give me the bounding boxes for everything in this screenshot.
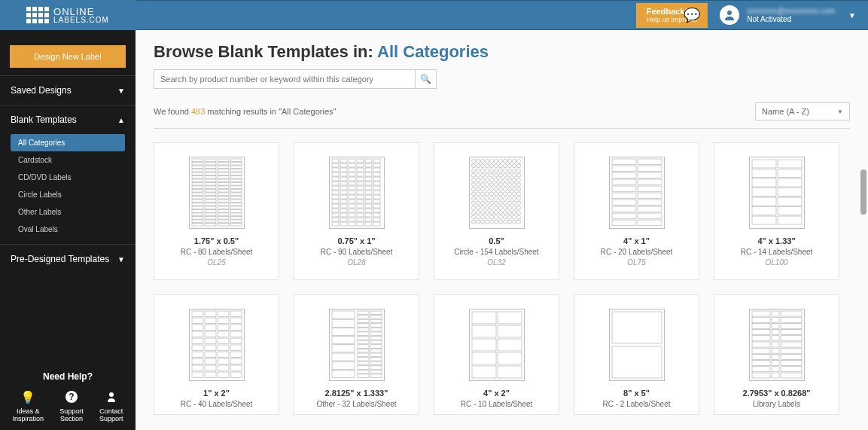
template-title: 1.75" x 0.5" [162, 236, 271, 245]
template-sub: RC - 2 Labels/Sheet [582, 400, 691, 408]
headset-icon [104, 389, 119, 404]
lightbulb-icon: 💡 [20, 389, 35, 404]
template-card[interactable]: 4" x 1.33" RC - 14 Labels/Sheet OL100 [714, 142, 839, 280]
template-card[interactable]: 2.8125" x 1.333" Other - 32 Labels/Sheet [294, 294, 419, 415]
template-thumb [722, 157, 831, 229]
page-title: Browse Blank Templates in: All Categorie… [154, 42, 850, 62]
template-code: OL25 [162, 258, 271, 267]
template-title: 4" x 1.33" [722, 236, 831, 245]
template-card[interactable]: 8" x 5" RC - 2 Labels/Sheet [574, 294, 699, 415]
help-title: Need Help? [0, 371, 136, 382]
sidebar-section-label: Pre-Designed Templates [11, 254, 109, 264]
template-card[interactable]: 0.5" Circle - 154 Labels/Sheet OL32 [434, 142, 559, 280]
user-info: xxxxxxxx@xxxxxxxxx.com Not Activated [747, 7, 835, 23]
sidebar-item-circle[interactable]: Circle Labels [11, 186, 125, 203]
sidebar-section-blank-templates[interactable]: Blank Templates ▲ [0, 105, 136, 134]
svg-point-3 [109, 392, 114, 397]
help-ideas[interactable]: 💡 Ideas &Inspiration [13, 389, 44, 422]
template-title: 2.7953" x 0.8268" [722, 389, 831, 398]
logo-text: ONLINE LABELS.COM [53, 7, 109, 24]
template-thumb [162, 309, 271, 381]
template-title: 4" x 2" [442, 389, 551, 398]
template-card[interactable]: 4" x 2" RC - 10 Labels/Sheet [434, 294, 559, 415]
template-sub: Library Labels [722, 400, 831, 408]
template-thumb [722, 309, 831, 381]
template-title: 2.8125" x 1.333" [302, 389, 411, 398]
user-status: Not Activated [747, 15, 835, 23]
template-thumb [302, 309, 411, 381]
template-sub: Circle - 154 Labels/Sheet [442, 248, 551, 256]
sidebar-help: Need Help? 💡 Ideas &Inspiration ? Suppor… [0, 364, 136, 430]
help-support-section[interactable]: ? SupportSection [59, 389, 84, 422]
template-card[interactable]: 1" x 2" RC - 40 Labels/Sheet [154, 294, 279, 415]
template-thumb [582, 157, 691, 229]
logo[interactable]: ONLINE LABELS.COM [0, 0, 136, 30]
template-card[interactable]: 2.7953" x 0.8268" Library Labels [714, 294, 839, 415]
template-thumb [442, 157, 551, 229]
scrollbar[interactable] [860, 169, 866, 215]
svg-text:?: ? [69, 392, 74, 402]
question-icon: ? [64, 389, 79, 404]
template-title: 0.75" x 1" [302, 236, 411, 245]
template-thumb [162, 157, 271, 229]
template-code: OL75 [582, 258, 691, 267]
content: Browse Blank Templates in: All Categorie… [136, 30, 868, 430]
sidebar-item-oval[interactable]: Oval Labels [11, 221, 125, 238]
template-code: OL32 [442, 258, 551, 267]
sidebar-item-cddvd[interactable]: CD/DVD Labels [11, 169, 125, 186]
chevron-up-icon: ▲ [117, 116, 125, 124]
template-title: 1" x 2" [162, 389, 271, 398]
chevron-down-icon: ▼ [837, 108, 843, 115]
template-sub: RC - 40 Labels/Sheet [162, 400, 271, 408]
sort-select[interactable]: Name (A - Z) ▼ [755, 102, 850, 120]
svg-rect-463 [749, 310, 804, 381]
feedback-button[interactable]: Feedback? Help us improve! 💬 [636, 3, 708, 28]
user-email: xxxxxxxx@xxxxxxxxx.com [747, 7, 835, 15]
template-sub: RC - 14 Labels/Sheet [722, 248, 831, 256]
template-sub: RC - 90 Labels/Sheet [302, 248, 411, 256]
user-menu[interactable]: xxxxxxxx@xxxxxxxxx.com Not Activated ▼ [708, 5, 868, 25]
template-sub: Other - 32 Labels/Sheet [302, 400, 411, 408]
svg-rect-449 [469, 310, 524, 381]
template-thumb [442, 309, 551, 381]
avatar-icon [720, 5, 739, 25]
template-code: OL100 [722, 258, 831, 267]
help-contact[interactable]: ContactSupport [99, 389, 123, 422]
chevron-down-icon: ▼ [848, 11, 856, 20]
logo-icon [26, 7, 49, 23]
template-sub: RC - 80 Labels/Sheet [162, 248, 271, 256]
results-text: We found 483 matching results in "All Ca… [154, 107, 336, 116]
template-title: 0.5" [442, 236, 551, 245]
chevron-down-icon: ▼ [117, 87, 125, 95]
search-button[interactable]: 🔍 [415, 70, 436, 88]
sidebar: Design New Label Saved Designs ▼ Blank T… [0, 30, 136, 430]
search-box: 🔍 [154, 69, 437, 89]
template-code: OL28 [302, 258, 411, 267]
template-thumb [582, 309, 691, 381]
template-sub: RC - 10 Labels/Sheet [442, 400, 551, 408]
sidebar-section-predesigned[interactable]: Pre-Designed Templates ▼ [0, 245, 136, 273]
sidebar-section-saved-designs[interactable]: Saved Designs ▼ [0, 76, 136, 105]
speech-bubble-icon: 💬 [684, 7, 700, 23]
search-input[interactable] [154, 70, 415, 88]
template-title: 8" x 5" [582, 389, 691, 398]
svg-point-0 [727, 11, 732, 15]
template-card[interactable]: 0.75" x 1" RC - 90 Labels/Sheet OL28 [294, 142, 419, 280]
template-card[interactable]: 4" x 1" RC - 20 Labels/Sheet OL75 [574, 142, 699, 280]
header: ONLINE LABELS.COM Feedback? Help us impr… [0, 0, 868, 30]
template-thumb [302, 157, 411, 229]
template-card[interactable]: 1.75" x 0.5" RC - 80 Labels/Sheet OL25 [154, 142, 279, 280]
svg-rect-460 [609, 310, 664, 381]
template-title: 4" x 1" [582, 236, 691, 245]
sort-value: Name (A - Z) [762, 107, 809, 116]
search-icon: 🔍 [420, 74, 431, 84]
sidebar-section-label: Saved Designs [11, 85, 72, 96]
template-sub: RC - 20 Labels/Sheet [582, 248, 691, 256]
sidebar-item-all-categories[interactable]: All Categories [11, 134, 125, 151]
sidebar-item-other[interactable]: Other Labels [11, 203, 125, 221]
design-new-label-button[interactable]: Design New Label [10, 45, 126, 68]
sidebar-item-cardstock[interactable]: Cardstock [11, 151, 125, 169]
chevron-down-icon: ▼ [117, 255, 125, 264]
sidebar-section-label: Blank Templates [11, 114, 77, 125]
